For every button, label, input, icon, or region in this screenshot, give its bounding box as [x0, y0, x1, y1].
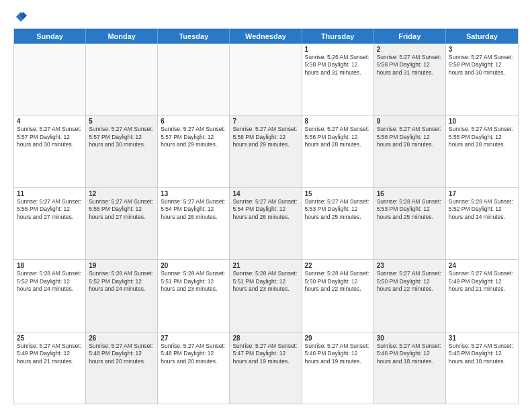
cell-content: Sunrise: 5:27 AM Sunset: 5:57 PM Dayligh…	[89, 126, 154, 148]
calendar-cell-2-4: 15Sunrise: 5:27 AM Sunset: 5:53 PM Dayli…	[302, 188, 374, 259]
calendar-cell-1-6: 10Sunrise: 5:27 AM Sunset: 5:55 PM Dayli…	[446, 116, 518, 187]
day-number: 12	[89, 190, 154, 197]
cell-content: Sunrise: 5:28 AM Sunset: 5:51 PM Dayligh…	[161, 270, 226, 293]
calendar-cell-3-3: 21Sunrise: 5:28 AM Sunset: 5:51 PM Dayli…	[230, 260, 302, 331]
calendar-cell-1-3: 7Sunrise: 5:27 AM Sunset: 5:56 PM Daylig…	[230, 116, 302, 187]
cell-content: Sunrise: 5:27 AM Sunset: 5:45 PM Dayligh…	[449, 342, 515, 365]
cell-content: Sunrise: 5:27 AM Sunset: 5:47 PM Dayligh…	[232, 342, 298, 365]
day-number: 1	[305, 46, 371, 53]
calendar-cell-4-1: 26Sunrise: 5:27 AM Sunset: 5:48 PM Dayli…	[86, 332, 158, 404]
calendar-cell-1-0: 4Sunrise: 5:27 AM Sunset: 5:57 PM Daylig…	[14, 116, 86, 187]
day-number: 23	[377, 262, 443, 269]
day-number: 16	[377, 190, 443, 197]
calendar-cell-0-0	[14, 44, 86, 115]
cell-content: Sunrise: 5:27 AM Sunset: 5:55 PM Dayligh…	[17, 198, 83, 221]
day-number: 6	[161, 118, 226, 125]
calendar-cell-4-3: 28Sunrise: 5:27 AM Sunset: 5:47 PM Dayli…	[230, 332, 302, 404]
calendar-cell-0-2	[158, 44, 230, 115]
day-number: 26	[89, 334, 154, 342]
calendar-cell-4-5: 30Sunrise: 5:27 AM Sunset: 5:46 PM Dayli…	[374, 332, 446, 404]
day-number: 21	[232, 262, 298, 269]
calendar-row-2: 11Sunrise: 5:27 AM Sunset: 5:55 PM Dayli…	[14, 188, 518, 260]
logo-icon	[15, 11, 27, 23]
calendar-header: SundayMondayTuesdayWednesdayThursdayFrid…	[14, 29, 518, 44]
calendar-cell-0-3	[230, 44, 302, 115]
calendar-cell-2-6: 17Sunrise: 5:28 AM Sunset: 5:52 PM Dayli…	[446, 188, 518, 259]
calendar-cell-1-1: 5Sunrise: 5:27 AM Sunset: 5:57 PM Daylig…	[86, 116, 158, 187]
day-number: 27	[161, 334, 226, 342]
header-day-wednesday: Wednesday	[230, 29, 302, 44]
calendar-row-4: 25Sunrise: 5:27 AM Sunset: 5:49 PM Dayli…	[14, 332, 518, 404]
day-number: 8	[305, 118, 371, 125]
day-number: 7	[232, 118, 298, 125]
cell-content: Sunrise: 5:27 AM Sunset: 5:48 PM Dayligh…	[89, 342, 154, 365]
calendar-cell-1-2: 6Sunrise: 5:27 AM Sunset: 5:57 PM Daylig…	[158, 116, 230, 187]
cell-content: Sunrise: 5:28 AM Sunset: 5:50 PM Dayligh…	[305, 270, 371, 293]
calendar-cell-4-6: 31Sunrise: 5:27 AM Sunset: 5:45 PM Dayli…	[446, 332, 518, 404]
day-number: 31	[449, 334, 515, 342]
day-number: 3	[449, 46, 515, 53]
calendar-row-0: 1Sunrise: 5:26 AM Sunset: 5:58 PM Daylig…	[14, 44, 518, 116]
cell-content: Sunrise: 5:27 AM Sunset: 5:57 PM Dayligh…	[161, 126, 226, 148]
day-number: 14	[232, 190, 298, 197]
day-number: 30	[377, 334, 443, 342]
header-day-thursday: Thursday	[302, 29, 374, 44]
day-number: 25	[17, 334, 83, 342]
day-number: 20	[161, 262, 226, 269]
calendar-body: 1Sunrise: 5:26 AM Sunset: 5:58 PM Daylig…	[14, 44, 518, 404]
day-number: 22	[305, 262, 371, 269]
header-day-sunday: Sunday	[14, 29, 86, 44]
header	[13, 11, 519, 23]
cell-content: Sunrise: 5:27 AM Sunset: 5:53 PM Dayligh…	[305, 198, 371, 221]
cell-content: Sunrise: 5:27 AM Sunset: 5:54 PM Dayligh…	[232, 198, 298, 221]
day-number: 13	[161, 190, 226, 197]
calendar-cell-0-1	[86, 44, 158, 115]
calendar-row-1: 4Sunrise: 5:27 AM Sunset: 5:57 PM Daylig…	[14, 116, 518, 187]
calendar-cell-3-2: 20Sunrise: 5:28 AM Sunset: 5:51 PM Dayli…	[158, 260, 230, 331]
cell-content: Sunrise: 5:27 AM Sunset: 5:55 PM Dayligh…	[89, 198, 154, 221]
cell-content: Sunrise: 5:26 AM Sunset: 5:58 PM Dayligh…	[305, 54, 371, 77]
day-number: 18	[17, 262, 83, 269]
calendar-cell-3-1: 19Sunrise: 5:28 AM Sunset: 5:52 PM Dayli…	[86, 260, 158, 331]
logo	[13, 11, 27, 23]
cell-content: Sunrise: 5:27 AM Sunset: 5:46 PM Dayligh…	[377, 342, 443, 365]
calendar-cell-0-5: 2Sunrise: 5:27 AM Sunset: 5:58 PM Daylig…	[374, 44, 446, 115]
calendar-cell-1-4: 8Sunrise: 5:27 AM Sunset: 5:56 PM Daylig…	[302, 116, 374, 187]
calendar-cell-4-2: 27Sunrise: 5:27 AM Sunset: 5:48 PM Dayli…	[158, 332, 230, 404]
day-number: 15	[305, 190, 371, 197]
cell-content: Sunrise: 5:27 AM Sunset: 5:54 PM Dayligh…	[161, 198, 226, 221]
calendar-cell-3-6: 24Sunrise: 5:27 AM Sunset: 5:49 PM Dayli…	[446, 260, 518, 331]
calendar-cell-4-4: 29Sunrise: 5:27 AM Sunset: 5:46 PM Dayli…	[302, 332, 374, 404]
calendar-cell-3-0: 18Sunrise: 5:28 AM Sunset: 5:52 PM Dayli…	[14, 260, 86, 331]
day-number: 17	[449, 190, 515, 197]
header-day-friday: Friday	[374, 29, 446, 44]
calendar-cell-3-5: 23Sunrise: 5:27 AM Sunset: 5:50 PM Dayli…	[374, 260, 446, 331]
calendar-cell-2-5: 16Sunrise: 5:28 AM Sunset: 5:53 PM Dayli…	[374, 188, 446, 259]
calendar-cell-3-4: 22Sunrise: 5:28 AM Sunset: 5:50 PM Dayli…	[302, 260, 374, 331]
cell-content: Sunrise: 5:28 AM Sunset: 5:53 PM Dayligh…	[377, 198, 443, 221]
cell-content: Sunrise: 5:28 AM Sunset: 5:52 PM Dayligh…	[449, 198, 515, 221]
cell-content: Sunrise: 5:27 AM Sunset: 5:50 PM Dayligh…	[377, 270, 443, 293]
calendar-cell-2-2: 13Sunrise: 5:27 AM Sunset: 5:54 PM Dayli…	[158, 188, 230, 259]
calendar-cell-2-1: 12Sunrise: 5:27 AM Sunset: 5:55 PM Dayli…	[86, 188, 158, 259]
cell-content: Sunrise: 5:27 AM Sunset: 5:58 PM Dayligh…	[449, 54, 515, 77]
calendar-cell-0-4: 1Sunrise: 5:26 AM Sunset: 5:58 PM Daylig…	[302, 44, 374, 115]
calendar-cell-2-3: 14Sunrise: 5:27 AM Sunset: 5:54 PM Dayli…	[230, 188, 302, 259]
header-day-saturday: Saturday	[446, 29, 518, 44]
cell-content: Sunrise: 5:28 AM Sunset: 5:52 PM Dayligh…	[17, 270, 83, 293]
logo-text	[13, 11, 27, 23]
header-day-tuesday: Tuesday	[158, 29, 230, 44]
calendar-cell-0-6: 3Sunrise: 5:27 AM Sunset: 5:58 PM Daylig…	[446, 44, 518, 115]
calendar: SundayMondayTuesdayWednesdayThursdayFrid…	[13, 28, 519, 404]
cell-content: Sunrise: 5:27 AM Sunset: 5:55 PM Dayligh…	[449, 126, 515, 148]
day-number: 5	[89, 118, 154, 125]
cell-content: Sunrise: 5:28 AM Sunset: 5:51 PM Dayligh…	[232, 270, 298, 293]
cell-content: Sunrise: 5:27 AM Sunset: 5:56 PM Dayligh…	[305, 126, 371, 148]
day-number: 28	[232, 334, 298, 342]
day-number: 9	[377, 118, 443, 125]
cell-content: Sunrise: 5:28 AM Sunset: 5:52 PM Dayligh…	[89, 270, 154, 293]
cell-content: Sunrise: 5:27 AM Sunset: 5:49 PM Dayligh…	[449, 270, 515, 293]
calendar-cell-1-5: 9Sunrise: 5:27 AM Sunset: 5:56 PM Daylig…	[374, 116, 446, 187]
cell-content: Sunrise: 5:27 AM Sunset: 5:49 PM Dayligh…	[17, 342, 83, 365]
day-number: 29	[305, 334, 371, 342]
